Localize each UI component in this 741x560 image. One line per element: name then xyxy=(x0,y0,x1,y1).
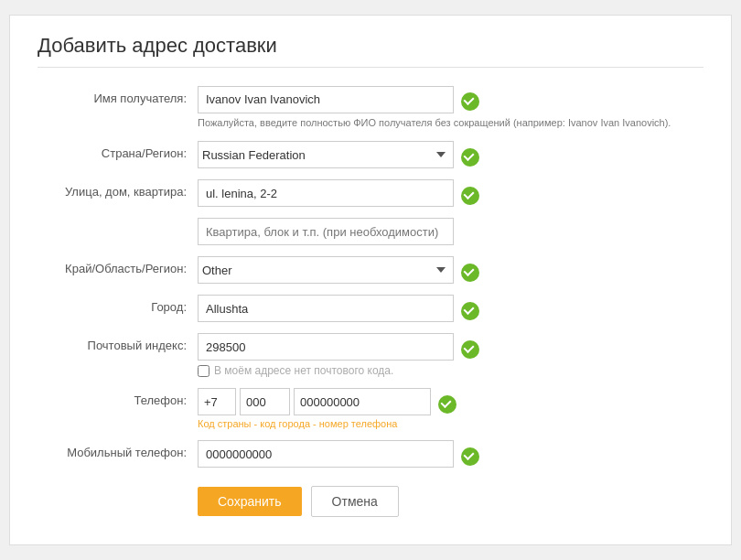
apartment-row xyxy=(38,218,703,245)
mobile-check-icon xyxy=(461,447,479,466)
mobile-label: Мобильный телефон: xyxy=(38,440,198,459)
phone-input-row xyxy=(198,388,703,415)
postal-input[interactable] xyxy=(198,333,454,361)
postal-row: Почтовый индекс: В моём адресе нет почто… xyxy=(38,333,703,377)
postal-field: В моём адресе нет почтового кода. xyxy=(198,333,703,377)
mobile-row: Мобильный телефон: xyxy=(38,440,703,468)
city-row: Город: xyxy=(38,295,703,322)
city-input-row xyxy=(198,295,703,322)
recipient-hint: Пожалуйста, введите полностью ФИО получа… xyxy=(198,116,673,130)
phone-inputs xyxy=(198,388,431,415)
city-check-icon xyxy=(461,302,479,320)
region-field: Other xyxy=(198,256,703,284)
street-label: Улица, дом, квартира: xyxy=(38,179,198,199)
postal-input-row xyxy=(198,333,703,361)
region-label: Край/Область/Регион: xyxy=(38,256,198,275)
country-select[interactable]: Russian Federation xyxy=(198,141,454,168)
country-field: Russian Federation xyxy=(198,141,703,168)
city-field xyxy=(198,295,703,322)
region-row: Край/Область/Регион: Other xyxy=(38,256,703,284)
country-label: Страна/Регион: xyxy=(38,141,198,160)
phone-label: Телефон: xyxy=(38,388,198,407)
recipient-label: Имя получателя: xyxy=(38,86,198,105)
city-label: Город: xyxy=(38,295,198,314)
street-check-icon xyxy=(461,187,479,205)
phone-number-input[interactable] xyxy=(294,388,431,415)
city-input[interactable] xyxy=(198,295,454,322)
apartment-input[interactable] xyxy=(198,218,454,245)
save-button[interactable]: Сохранить xyxy=(198,487,302,516)
region-select-row: Other xyxy=(198,256,703,284)
country-select-row: Russian Federation xyxy=(198,141,703,168)
mobile-field xyxy=(198,440,703,468)
form-container: Добавить адрес доставки Имя получателя: … xyxy=(9,15,732,545)
apartment-field xyxy=(198,218,703,245)
buttons-row: Сохранить Отмена xyxy=(198,486,703,517)
recipient-input[interactable] xyxy=(198,86,454,113)
phone-hint: Код страны - код города - номер телефона xyxy=(198,418,703,429)
postal-check-icon xyxy=(461,340,479,359)
mobile-input[interactable] xyxy=(198,440,454,468)
phone-country-input[interactable] xyxy=(198,388,236,415)
phone-city-input[interactable] xyxy=(240,388,290,415)
phone-row: Телефон: Код страны - код города - номер… xyxy=(38,388,703,429)
postal-checkbox-label: В моём адресе нет почтового кода. xyxy=(214,364,393,377)
cancel-button[interactable]: Отмена xyxy=(311,486,399,517)
recipient-input-row xyxy=(198,86,703,113)
mobile-input-row xyxy=(198,440,703,468)
country-row: Страна/Регион: Russian Federation xyxy=(38,141,703,168)
region-select[interactable]: Other xyxy=(198,256,454,284)
page-title: Добавить адрес доставки xyxy=(38,34,703,68)
recipient-row: Имя получателя: Пожалуйста, введите полн… xyxy=(38,86,703,130)
street-input-row xyxy=(198,179,703,207)
region-check-icon xyxy=(461,264,479,282)
street-input[interactable] xyxy=(198,179,454,207)
street-row: Улица, дом, квартира: xyxy=(38,179,703,207)
postal-checkbox[interactable] xyxy=(198,365,209,377)
apartment-input-row xyxy=(198,218,703,245)
recipient-field: Пожалуйста, введите полностью ФИО получа… xyxy=(198,86,703,130)
recipient-check-icon xyxy=(461,92,479,111)
phone-check-icon xyxy=(438,395,456,414)
country-check-icon xyxy=(461,148,479,167)
postal-label: Почтовый индекс: xyxy=(38,333,198,352)
street-field xyxy=(198,179,703,207)
phone-field: Код страны - код города - номер телефона xyxy=(198,388,703,429)
postal-checkbox-row: В моём адресе нет почтового кода. xyxy=(198,364,703,377)
